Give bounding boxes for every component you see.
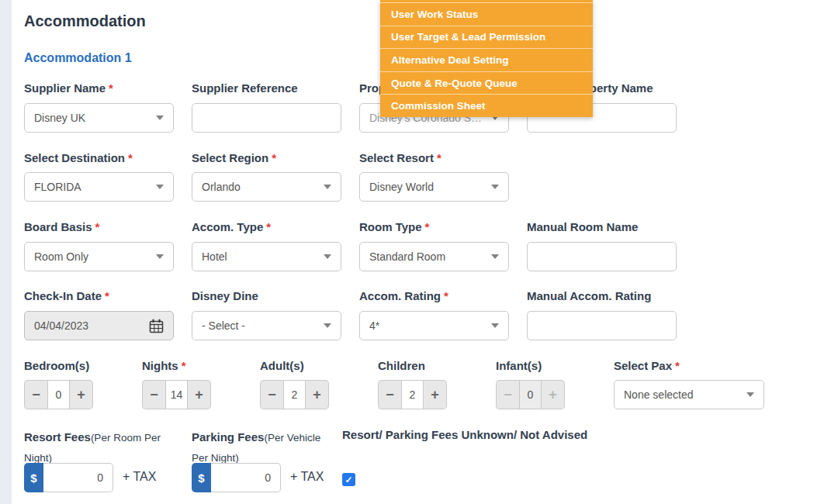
bedrooms-value[interactable]: 0 xyxy=(47,380,70,409)
accom-rating-value: 4* xyxy=(369,319,379,332)
manual-accom-rating-input[interactable] xyxy=(527,311,677,340)
select-region-label: Select Region* xyxy=(192,151,276,164)
room-type-select[interactable]: Standard Room xyxy=(359,242,509,271)
room-type-label: Room Type* xyxy=(359,220,429,233)
room-type-value: Standard Room xyxy=(369,250,445,263)
select-pax-label: Select Pax* xyxy=(614,359,680,372)
left-gutter xyxy=(0,0,12,504)
disney-dine-value: - Select - xyxy=(202,319,245,332)
minus-button[interactable]: − xyxy=(142,380,165,409)
plus-button[interactable]: + xyxy=(424,380,447,409)
accom-rating-select[interactable]: 4* xyxy=(359,311,509,340)
board-basis-label: Board Basis* xyxy=(24,220,99,233)
check-in-date-value: 04/04/2023 xyxy=(34,319,88,332)
select-destination-select[interactable]: FLORIDA xyxy=(24,172,174,202)
nights-label: Nights* xyxy=(142,359,186,372)
resort-fees-group: $ 0 xyxy=(24,463,113,492)
infants-value: 0 xyxy=(519,380,542,409)
minus-button: − xyxy=(496,380,519,409)
chevron-down-icon xyxy=(324,323,331,328)
manual-room-name-label: Manual Room Name xyxy=(527,220,638,233)
chevron-down-icon xyxy=(491,185,499,189)
board-basis-value: Room Only xyxy=(34,250,88,263)
parking-fees-input[interactable]: 0 xyxy=(211,463,281,492)
menu-item-quote-requote-queue[interactable]: Quote & Re-Quote Queue xyxy=(380,71,593,95)
disney-dine-label: Disney Dine xyxy=(192,289,258,302)
plus-button: + xyxy=(542,380,565,409)
accom-rating-label: Accom. Rating* xyxy=(359,289,448,302)
fees-unknown-label: Resort/ Parking Fees Unknown/ Not Advise… xyxy=(342,428,587,441)
required-asterisk: * xyxy=(272,151,276,164)
required-asterisk: * xyxy=(425,220,430,233)
overlay-menu: User Work Status User Target & Lead Perm… xyxy=(380,0,593,117)
required-asterisk: * xyxy=(266,220,271,233)
parking-fees-plus-tax: + TAX xyxy=(290,470,324,484)
select-resort-value: Disney World xyxy=(369,181,434,193)
manual-room-name-input[interactable] xyxy=(527,242,677,271)
select-resort-select[interactable]: Disney World xyxy=(359,172,509,202)
required-asterisk: * xyxy=(182,359,186,372)
infants-label: Infant(s) xyxy=(496,359,542,372)
required-asterisk: * xyxy=(437,151,442,164)
fees-unknown-checkbox[interactable]: ✓ xyxy=(342,473,355,486)
children-value[interactable]: 2 xyxy=(401,380,424,409)
chevron-down-icon xyxy=(491,254,499,259)
accom-type-label: Accom. Type* xyxy=(192,220,271,233)
minus-button[interactable]: − xyxy=(378,380,401,409)
calendar-icon[interactable] xyxy=(149,319,164,333)
dollar-icon: $ xyxy=(192,463,211,492)
chevron-down-icon xyxy=(324,185,331,189)
infants-stepper: − 0 + xyxy=(496,380,565,409)
minus-button[interactable]: − xyxy=(24,380,47,409)
adults-value[interactable]: 2 xyxy=(283,380,306,409)
menu-item-user-work-status[interactable]: User Work Status xyxy=(380,2,593,26)
board-basis-select[interactable]: Room Only xyxy=(24,242,174,271)
chevron-down-icon xyxy=(156,185,164,189)
required-asterisk: * xyxy=(95,220,100,233)
menu-item-commission-sheet[interactable]: Commission Sheet xyxy=(380,94,593,117)
menu-item-user-target-lead-permission[interactable]: User Target & Lead Permission xyxy=(380,26,593,49)
nights-value[interactable]: 14 xyxy=(165,380,188,409)
accom-type-select[interactable]: Hotel xyxy=(192,242,341,271)
adults-stepper: − 2 + xyxy=(260,380,329,409)
select-pax-value: None selected xyxy=(624,388,694,401)
select-resort-label: Select Resort* xyxy=(359,151,442,164)
required-asterisk: * xyxy=(109,81,113,95)
supplier-name-value: Disney UK xyxy=(34,112,85,124)
select-destination-value: FLORIDA xyxy=(34,181,81,193)
adults-label: Adult(s) xyxy=(260,359,304,372)
plus-button[interactable]: + xyxy=(306,380,329,409)
check-in-date-label: Check-In Date* xyxy=(24,289,109,302)
page-title: Accommodation xyxy=(24,12,146,30)
manual-accom-rating-label: Manual Accom. Rating xyxy=(527,289,651,302)
check-icon: ✓ xyxy=(345,475,352,485)
children-label: Children xyxy=(378,359,425,372)
menu-item-alternative-deal-setting[interactable]: Alternative Deal Setting xyxy=(380,48,593,71)
bedrooms-label: Bedroom(s) xyxy=(24,359,89,372)
required-asterisk: * xyxy=(675,359,680,372)
supplier-reference-label: Supplier Reference xyxy=(192,81,298,95)
chevron-down-icon xyxy=(491,323,499,328)
select-region-value: Orlando xyxy=(202,181,241,193)
resort-fees-input[interactable]: 0 xyxy=(43,463,113,492)
supplier-name-label: Supplier Name* xyxy=(24,81,113,95)
minus-button[interactable]: − xyxy=(260,380,283,409)
check-in-date-input[interactable]: 04/04/2023 xyxy=(24,311,174,340)
nights-stepper: − 14 + xyxy=(142,380,211,409)
supplier-reference-input[interactable] xyxy=(192,103,341,133)
chevron-down-icon xyxy=(324,254,331,259)
resort-fees-label: Resort Fees(Per Room Per Night) xyxy=(24,427,184,468)
chevron-down-icon xyxy=(746,392,754,397)
chevron-down-icon xyxy=(156,254,164,259)
dollar-icon: $ xyxy=(24,463,43,492)
plus-button[interactable]: + xyxy=(188,380,211,409)
plus-button[interactable]: + xyxy=(70,380,93,409)
select-region-select[interactable]: Orlando xyxy=(192,172,341,202)
bedrooms-stepper: − 0 + xyxy=(24,380,93,409)
disney-dine-select[interactable]: - Select - xyxy=(192,311,341,340)
resort-fees-plus-tax: + TAX xyxy=(123,470,156,484)
select-pax-select[interactable]: None selected xyxy=(614,380,764,409)
required-asterisk: * xyxy=(105,289,109,302)
supplier-name-select[interactable]: Disney UK xyxy=(24,103,174,133)
chevron-down-icon xyxy=(156,116,164,120)
